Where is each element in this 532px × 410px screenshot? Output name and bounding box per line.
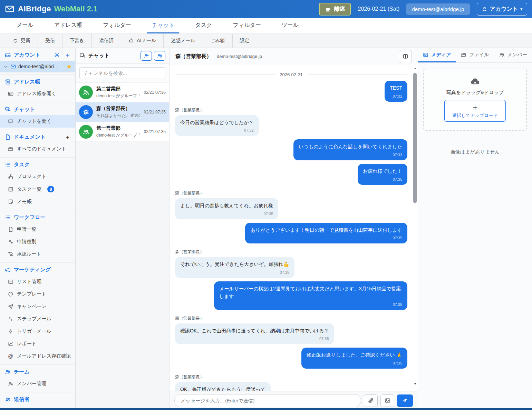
sidebar-header-documents-label: ドキュメント bbox=[14, 134, 46, 140]
channel-search-input[interactable] bbox=[79, 67, 165, 79]
conversation-title: 森（営業部長） bbox=[175, 53, 212, 60]
toolbar-trash-label: ごみ箱 bbox=[210, 38, 225, 44]
message-time: 07:35 bbox=[180, 270, 289, 276]
toolbar-settings[interactable]: 設定 bbox=[233, 34, 257, 48]
chat-list-item-dai2-eigyobu[interactable]: 第二営業部 demo-test がグループ「… 02/21 07:36 bbox=[76, 83, 169, 102]
sidebar-item-all-documents[interactable]: すべてのドキュメント bbox=[0, 143, 75, 155]
add-document-plus-icon[interactable]: ＋ bbox=[65, 134, 70, 140]
photo-dropzone[interactable]: 写真をドラッグ&ドロップ ＋ 選択してアップロード bbox=[423, 69, 527, 131]
sidebar-item-notes[interactable]: メモ帳 bbox=[0, 196, 75, 208]
chat-list-title: チャット bbox=[79, 52, 109, 59]
conversation-header: 森（営業部長） demo-test@aibridge.jp bbox=[170, 48, 418, 65]
sidebar-item-list-management[interactable]: リスト管理 bbox=[0, 276, 75, 288]
message-text: TEST bbox=[390, 85, 402, 91]
sidebar-item-application-types[interactable]: 申請種別 bbox=[0, 236, 75, 248]
add-contact-button[interactable] bbox=[141, 51, 152, 61]
tab-chat[interactable]: チャット bbox=[147, 18, 180, 33]
message-text: OK。修正版ができたらもう一度送って bbox=[180, 387, 265, 391]
tab-files[interactable]: ファイル bbox=[456, 48, 494, 62]
scroll-up-arrow-icon[interactable]: ▲ bbox=[413, 67, 417, 70]
sidebar-item-member-management[interactable]: メンバー管理 bbox=[0, 378, 75, 390]
sidebar-item-projects[interactable]: プロジェクト bbox=[0, 170, 75, 183]
message-time: 07:32 bbox=[390, 93, 402, 99]
dropzone-text: 写真をドラッグ&ドロップ bbox=[446, 90, 504, 96]
tab-mail[interactable]: メール bbox=[12, 18, 38, 33]
task-count-badge: 8 bbox=[47, 186, 54, 192]
sidebar-item-email-verification[interactable]: @ メールアドレス存在確認 bbox=[0, 350, 75, 362]
app-logo-envelope-icon bbox=[5, 4, 14, 14]
sidebar-item-step-mail[interactable]: ステップメール bbox=[0, 313, 75, 325]
chat-list-item-mori[interactable]: 森 森（営業部長） それはよかった。先方の… 02/21 07:35 bbox=[76, 102, 169, 122]
star-icon[interactable] bbox=[66, 64, 72, 69]
scroll-down-arrow-icon[interactable]: ▼ bbox=[413, 382, 417, 386]
tab-media[interactable]: メディア bbox=[418, 48, 456, 62]
toolbar-spam[interactable]: 迷惑メール bbox=[164, 34, 203, 48]
sidebar-item-task-list[interactable]: タスク一覧 8 bbox=[0, 183, 75, 196]
toolbar-sent[interactable]: 送信済 bbox=[92, 34, 121, 48]
sidebar-item-approval-routes[interactable]: 承認ルート bbox=[0, 248, 75, 260]
message-time: 07:35 bbox=[180, 336, 329, 342]
message-time: 07:35 bbox=[307, 360, 402, 366]
sidebar-header-account: アカウント ＋ bbox=[0, 48, 75, 61]
message-text: 今日の営業結果はどうでしたか？ bbox=[180, 120, 254, 125]
send-message-button[interactable] bbox=[397, 394, 413, 407]
sidebar-item-open-chat[interactable]: チャットを開く bbox=[0, 115, 75, 128]
chat-list-item-dai1-eigyobu[interactable]: 第一営業部 demo-test がグループ「… 02/21 07:35 bbox=[76, 122, 169, 142]
chat-message-incoming: 森（営業部長） 確認OK。これで山田商事に送ってくれ。納期は来月中旬でいける？ … bbox=[175, 316, 407, 344]
account-menu-button[interactable]: アカウント ▾ bbox=[477, 3, 527, 16]
channel-search-container bbox=[76, 64, 169, 83]
message-sender: 森（営業部長） bbox=[175, 190, 407, 196]
toolbar-trash[interactable]: ごみ箱 bbox=[203, 34, 233, 48]
toolbar-ai-mail-label: AIメール bbox=[137, 38, 156, 44]
tab-tools[interactable]: ツール bbox=[277, 18, 303, 33]
select-upload-button[interactable]: ＋ 選択してアップロード bbox=[444, 100, 506, 122]
users-icon bbox=[499, 52, 505, 58]
users-icon bbox=[83, 89, 89, 96]
sidebar-item-reports[interactable]: レポート bbox=[0, 338, 75, 350]
chat-name: 第一営業部 bbox=[96, 125, 140, 131]
attach-file-button[interactable] bbox=[364, 394, 378, 407]
sidebar-item-label: アドレス帳を開く bbox=[17, 91, 56, 97]
sidebar-section-workflow: ワークフロー 申請一覧 申請種別 承認ルート bbox=[0, 210, 75, 263]
toolbar-inbox[interactable]: 受信 bbox=[38, 34, 62, 48]
sidebar-item-open-address-book[interactable]: アドレス帳を開く bbox=[0, 88, 75, 100]
sidebar-item-trigger-mail[interactable]: トリガーメール bbox=[0, 325, 75, 338]
gear-icon[interactable] bbox=[54, 52, 60, 58]
away-status-button[interactable]: 離席 bbox=[319, 3, 351, 16]
mail-icon bbox=[10, 64, 16, 69]
scrollbar-thumb[interactable] bbox=[413, 73, 417, 203]
tab-tasks[interactable]: タスク bbox=[190, 18, 217, 33]
chat-name: 森（営業部長） bbox=[96, 106, 140, 112]
message-text: 確認OK。これで山田商事に送ってくれ。納期は来月中旬でいける？ bbox=[180, 328, 329, 333]
sidebar-item-label: メールアドレス存在確認 bbox=[17, 353, 71, 359]
tab-address-book[interactable]: アドレス帳 bbox=[49, 18, 87, 33]
sidebar-item-campaigns[interactable]: キャンペーン bbox=[0, 300, 75, 313]
image-icon bbox=[385, 398, 390, 403]
conversation-scrollbar: ▲ ▼ bbox=[413, 66, 417, 390]
sidebar-item-account-demo-test[interactable]: demo-test@aibri… bbox=[0, 61, 75, 72]
tab-folders[interactable]: フォルダー bbox=[98, 18, 136, 33]
gears-icon bbox=[8, 239, 13, 244]
tab-filters[interactable]: フィルター bbox=[228, 18, 266, 33]
main-nav-tabs: メール アドレス帳 フォルダー チャット タスク フィルター ツール bbox=[0, 18, 532, 34]
toolbar-drafts[interactable]: 下書き bbox=[62, 34, 92, 48]
sidebar-item-label: リスト管理 bbox=[17, 279, 41, 285]
bolt-icon bbox=[8, 329, 13, 334]
attach-image-button[interactable] bbox=[380, 394, 394, 407]
sidebar-item-label: 承認ルート bbox=[17, 251, 41, 257]
create-group-button[interactable] bbox=[154, 51, 165, 61]
toolbar-refresh[interactable]: 更新 bbox=[6, 34, 38, 48]
send-icon bbox=[402, 398, 408, 404]
tab-files-label: ファイル bbox=[469, 52, 489, 58]
sidebar-item-application-list[interactable]: 申請一覧 bbox=[0, 223, 75, 236]
cloud-upload-icon bbox=[468, 76, 482, 87]
toolbar-ai-mail[interactable]: AIメール bbox=[121, 34, 164, 48]
message-input[interactable] bbox=[174, 394, 361, 407]
add-account-plus-icon[interactable]: ＋ bbox=[65, 52, 70, 58]
tab-members[interactable]: メンバー bbox=[494, 48, 532, 62]
message-text: 修正版お送りしました。ご確認ください 🙏 bbox=[307, 352, 402, 358]
user-gear-icon bbox=[8, 381, 13, 387]
sidebar-header-address-book-label: アドレス帳 bbox=[14, 79, 40, 85]
toggle-side-panel-button[interactable] bbox=[399, 50, 412, 63]
sidebar-item-templates[interactable]: テンプレート bbox=[0, 288, 75, 300]
